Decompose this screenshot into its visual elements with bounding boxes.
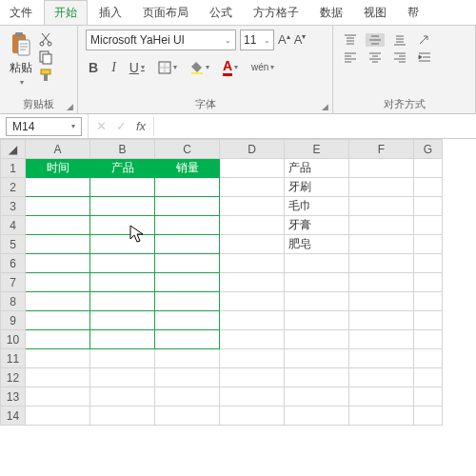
shrink-font-icon[interactable]: A▾	[294, 32, 307, 47]
row-header[interactable]: 4	[1, 216, 26, 235]
col-header[interactable]: C	[155, 140, 220, 159]
col-header[interactable]: F	[349, 140, 414, 159]
cell[interactable]	[414, 349, 443, 368]
cell[interactable]	[220, 292, 285, 311]
cell[interactable]	[26, 273, 90, 292]
formula-input[interactable]	[153, 117, 476, 136]
menu-view[interactable]: 视图	[354, 1, 396, 25]
cell[interactable]: 销量	[155, 159, 220, 178]
italic-button[interactable]: I	[109, 58, 119, 77]
cell[interactable]	[285, 387, 349, 407]
cell[interactable]	[155, 235, 220, 254]
cell[interactable]	[285, 254, 349, 273]
col-header[interactable]: G	[414, 140, 443, 159]
cell[interactable]	[414, 368, 443, 387]
cell[interactable]	[285, 407, 349, 426]
menu-ffgz[interactable]: 方方格子	[244, 1, 308, 25]
cell[interactable]	[220, 216, 285, 235]
cell[interactable]	[414, 292, 443, 311]
font-size-select[interactable]: 11⌄	[240, 30, 274, 50]
cell[interactable]	[349, 197, 414, 216]
menu-layout[interactable]: 页面布局	[133, 1, 198, 25]
enter-icon[interactable]: ✓	[116, 119, 127, 133]
select-all-corner[interactable]: ◢	[1, 140, 26, 159]
cell[interactable]	[26, 235, 90, 254]
cell[interactable]	[414, 387, 443, 407]
indent-icon[interactable]	[415, 50, 434, 64]
cell[interactable]	[285, 273, 349, 292]
row-header[interactable]: 9	[1, 311, 26, 330]
cell[interactable]	[90, 292, 155, 311]
cell[interactable]	[349, 273, 414, 292]
row-header[interactable]: 12	[1, 368, 26, 387]
cell[interactable]	[220, 311, 285, 330]
cell[interactable]	[220, 330, 285, 349]
cell[interactable]	[220, 178, 285, 197]
col-header[interactable]: A	[26, 140, 90, 159]
row-header[interactable]: 10	[1, 330, 26, 349]
cell[interactable]	[155, 330, 220, 349]
cell[interactable]	[285, 330, 349, 349]
cell[interactable]: 产品	[285, 159, 349, 178]
cell[interactable]	[220, 368, 285, 387]
col-header[interactable]: D	[220, 140, 285, 159]
align-top-icon[interactable]	[341, 33, 360, 47]
cell[interactable]	[349, 235, 414, 254]
cell[interactable]	[90, 235, 155, 254]
cell[interactable]	[349, 254, 414, 273]
cell[interactable]	[26, 254, 90, 273]
cell[interactable]	[349, 368, 414, 387]
cell[interactable]: 时间	[26, 159, 90, 178]
row-header[interactable]: 5	[1, 235, 26, 254]
cell[interactable]	[90, 407, 155, 426]
row-header[interactable]: 8	[1, 292, 26, 311]
align-left-icon[interactable]	[341, 50, 360, 64]
cell[interactable]	[349, 407, 414, 426]
cell[interactable]	[155, 349, 220, 368]
row-header[interactable]: 7	[1, 273, 26, 292]
cell[interactable]	[155, 178, 220, 197]
cell[interactable]	[220, 159, 285, 178]
cell[interactable]	[155, 387, 220, 407]
cell[interactable]: 牙膏	[285, 216, 349, 235]
cell[interactable]: 肥皂	[285, 235, 349, 254]
spreadsheet-grid[interactable]: ◢ A B C D E F G 1时间产品销量产品 2牙刷 3毛巾 4牙膏 5肥…	[0, 139, 476, 426]
cell[interactable]	[90, 197, 155, 216]
cell[interactable]	[155, 273, 220, 292]
paste-button[interactable]: 粘贴 ▾	[8, 30, 34, 89]
cell[interactable]	[26, 330, 90, 349]
row-header[interactable]: 14	[1, 407, 26, 426]
cell[interactable]	[26, 387, 90, 407]
dialog-launcher-icon[interactable]: ◢	[322, 102, 328, 111]
col-header[interactable]: B	[90, 140, 155, 159]
cut-icon[interactable]	[38, 31, 53, 47]
cell[interactable]	[349, 349, 414, 368]
cell[interactable]	[26, 197, 90, 216]
cell[interactable]	[220, 254, 285, 273]
cell[interactable]	[26, 216, 90, 235]
cell[interactable]	[349, 330, 414, 349]
fx-icon[interactable]: fx	[136, 119, 146, 133]
cell[interactable]	[414, 330, 443, 349]
align-bottom-icon[interactable]	[390, 33, 409, 47]
row-header[interactable]: 2	[1, 178, 26, 197]
row-header[interactable]: 13	[1, 387, 26, 407]
menu-data[interactable]: 数据	[310, 1, 352, 25]
cell[interactable]	[155, 216, 220, 235]
cell[interactable]	[90, 311, 155, 330]
cell[interactable]	[414, 273, 443, 292]
border-button[interactable]: ▾	[155, 59, 180, 76]
font-color-button[interactable]: A▾	[220, 56, 241, 78]
cell[interactable]	[220, 407, 285, 426]
cell[interactable]	[26, 368, 90, 387]
cell[interactable]	[414, 197, 443, 216]
cell[interactable]	[90, 349, 155, 368]
cell[interactable]	[90, 254, 155, 273]
cell[interactable]	[155, 311, 220, 330]
cell[interactable]	[90, 330, 155, 349]
grow-font-icon[interactable]: A▴	[278, 32, 290, 47]
row-header[interactable]: 1	[1, 159, 26, 178]
format-painter-icon[interactable]	[38, 68, 53, 83]
cell[interactable]	[155, 407, 220, 426]
menu-formula[interactable]: 公式	[200, 1, 242, 25]
